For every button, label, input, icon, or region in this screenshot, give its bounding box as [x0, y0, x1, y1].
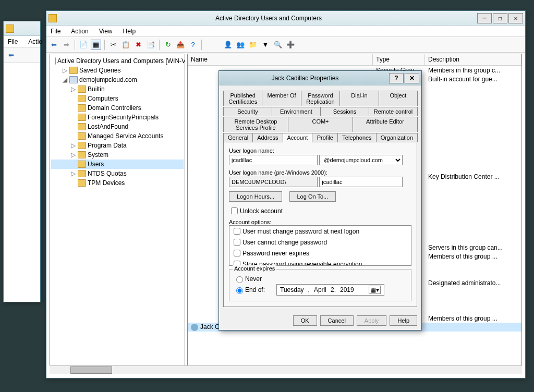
find-icon[interactable]: 🔍	[273, 40, 283, 50]
menu-view[interactable]: View	[97, 27, 115, 36]
tab-sessions[interactable]: Sessions	[320, 107, 369, 116]
logon-domain-select[interactable]: @demojumpcloud.com	[319, 155, 403, 165]
expires-never-radio[interactable]	[236, 276, 243, 283]
tree-item[interactable]: ▷System	[51, 150, 184, 160]
refresh-icon[interactable]: ↻	[163, 40, 173, 50]
tab-password-replication[interactable]: Password Replication	[301, 91, 340, 106]
account-option[interactable]: Store password using reversible encrypti…	[229, 259, 411, 266]
logon-name-input[interactable]	[229, 155, 318, 165]
user-icon	[191, 324, 198, 331]
menu-help[interactable]: Help	[121, 27, 138, 36]
menu-action[interactable]: Action	[69, 27, 90, 36]
background-window: File Actio ⬅	[3, 21, 41, 302]
account-option[interactable]: User must change password at next logon	[229, 226, 411, 237]
tab-attribute-editor[interactable]: Attribute Editor	[353, 117, 418, 132]
tab-general[interactable]: General	[223, 133, 253, 142]
bg-menubar: File Actio	[4, 36, 40, 47]
titlebar: Active Directory Users and Computers ─ ☐…	[46, 11, 525, 26]
tree-item[interactable]: LostAndFound	[51, 122, 184, 131]
tab-strip: Published CertificatesMember OfPassword …	[223, 90, 417, 142]
export-icon[interactable]: 📤	[175, 40, 186, 50]
expires-endof-radio[interactable]	[236, 287, 243, 294]
cut-icon[interactable]: ✂	[108, 40, 118, 50]
pre2000-label: User logon name (pre-Windows 2000):	[229, 169, 411, 176]
tab-object[interactable]: Object	[379, 91, 418, 106]
tree-root[interactable]: Active Directory Users and Computers [WI…	[51, 56, 184, 66]
tab-remote-desktop-services-profile[interactable]: Remote Desktop Services Profile	[223, 117, 288, 132]
col-name[interactable]: Name	[188, 54, 373, 65]
new-user-icon[interactable]: 👤	[223, 40, 233, 50]
tab-published-certificates[interactable]: Published Certificates	[223, 91, 262, 106]
back-icon[interactable]: ⬅	[6, 50, 16, 60]
close-button[interactable]: ✕	[508, 13, 523, 23]
tab-environment[interactable]: Environment	[272, 107, 321, 116]
tree-item[interactable]: Users	[51, 160, 184, 169]
dialog-title: Jack Cadillac Properties	[221, 75, 389, 82]
logon-hours-button[interactable]: Logon Hours...	[229, 191, 282, 202]
new-ou-icon[interactable]: 📁	[248, 40, 258, 50]
logon-name-label: User logon name:	[229, 148, 411, 154]
minimize-button[interactable]: ─	[477, 13, 492, 23]
logon-to-button[interactable]: Log On To...	[289, 191, 336, 202]
menu-file[interactable]: File	[48, 27, 63, 36]
properties-icon[interactable]: 📑	[145, 40, 156, 50]
close-button[interactable]: ✕	[405, 73, 419, 83]
tree-pane[interactable]: Active Directory Users and Computers [WI…	[50, 54, 185, 374]
back-icon[interactable]: ⬅	[48, 40, 59, 50]
tree-item[interactable]: ◢demojumpcloud.com	[51, 75, 184, 84]
help-icon[interactable]: ?	[188, 40, 198, 50]
list-header: Name Type Description	[188, 54, 521, 66]
cancel-button[interactable]: Cancel	[320, 315, 354, 326]
add-icon[interactable]: ➕	[285, 40, 296, 50]
menu-action[interactable]: Actio	[26, 37, 44, 46]
tree-item[interactable]: ▷Builtin	[51, 84, 184, 94]
tab-content-account: User logon name: @demojumpcloud.com User…	[223, 142, 417, 307]
account-options-list[interactable]: User must change password at next logonU…	[229, 225, 411, 266]
tab-remote-control[interactable]: Remote control	[369, 107, 418, 116]
tree-item[interactable]: Computers	[51, 94, 184, 103]
help-button[interactable]: Help	[390, 315, 417, 326]
details-icon[interactable]: ▦	[91, 40, 101, 50]
tab-organization[interactable]: Organization	[376, 133, 418, 142]
col-description[interactable]: Description	[425, 54, 521, 65]
tree-item[interactable]: Domain Controllers	[51, 103, 184, 113]
account-option[interactable]: User cannot change password	[229, 237, 411, 248]
tree-item[interactable]: ▷Saved Queries	[51, 66, 184, 75]
filter-icon[interactable]: ▼	[260, 40, 271, 50]
pre2000-user-input[interactable]	[319, 177, 403, 187]
tab-member-of[interactable]: Member Of	[262, 91, 301, 106]
up-icon[interactable]: 📄	[78, 40, 89, 50]
tree-item[interactable]: TPM Devices	[51, 178, 184, 188]
maximize-button[interactable]: ☐	[493, 13, 507, 23]
menu-file[interactable]: File	[6, 37, 20, 46]
tab-profile[interactable]: Profile	[312, 133, 338, 142]
new-group-icon[interactable]: 👥	[235, 40, 246, 50]
tab-telephones[interactable]: Telephones	[337, 133, 376, 142]
app-icon	[48, 14, 57, 22]
help-button[interactable]: ?	[389, 73, 404, 83]
expires-date-picker[interactable]: Tuesday , April 2, 2019 ▦▾	[276, 284, 384, 296]
copy-icon[interactable]: 📋	[120, 40, 131, 50]
scrollbar-thumb[interactable]	[70, 366, 112, 374]
calendar-icon[interactable]: ▦▾	[369, 286, 381, 294]
expires-never-label: Never	[245, 275, 262, 283]
tree-item[interactable]: Managed Service Accounts	[51, 131, 184, 141]
tab-security[interactable]: Security	[223, 107, 272, 116]
tree-item[interactable]: ForeignSecurityPrincipals	[51, 113, 184, 122]
account-option[interactable]: Password never expires	[229, 248, 411, 259]
ok-button[interactable]: OK	[293, 315, 317, 326]
account-expires-label: Account expires	[233, 265, 276, 272]
tree-item[interactable]: ▷NTDS Quotas	[51, 169, 184, 178]
apply-button[interactable]: Apply	[357, 315, 387, 326]
tab-address[interactable]: Address	[252, 133, 283, 142]
toolbar: ⬅ ➡ 📄 ▦ ✂ 📋 ✖ 📑 ↻ 📤 ? 👤 👥 📁 ▼ 🔍 ➕	[46, 37, 525, 53]
tree-item[interactable]: ▷Program Data	[51, 141, 184, 150]
forward-icon[interactable]: ➡	[61, 40, 71, 50]
unlock-account-checkbox[interactable]	[231, 207, 238, 214]
delete-icon[interactable]: ✖	[133, 40, 143, 50]
tab-dial-in[interactable]: Dial-in	[339, 91, 379, 106]
tab-account[interactable]: Account	[283, 133, 313, 142]
unlock-account-label: Unlock account	[240, 207, 283, 215]
tab-com+[interactable]: COM+	[288, 117, 353, 132]
col-type[interactable]: Type	[373, 54, 425, 65]
